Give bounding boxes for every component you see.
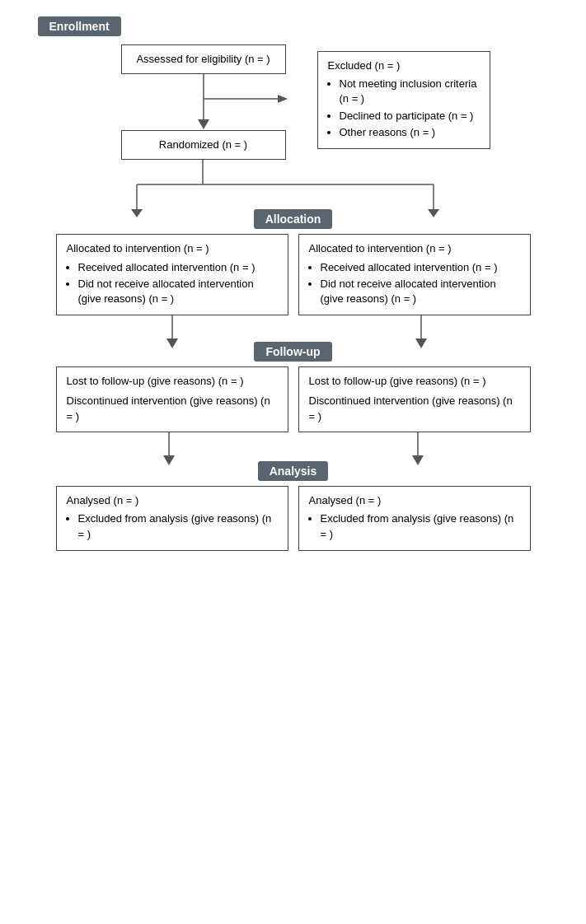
excluded-title: Excluded (n = ) bbox=[328, 58, 480, 73]
alloc-right-col: Allocated to intervention (n = ) Receive… bbox=[298, 234, 531, 315]
followup-label-row: Follow-up bbox=[38, 342, 549, 362]
alloc-left-item-1: Received allocated intervention (n = ) bbox=[78, 260, 278, 275]
followup-right-col: Lost to follow-up (give reasons) (n = ) … bbox=[298, 366, 531, 432]
alloc-right-box: Allocated to intervention (n = ) Receive… bbox=[298, 234, 531, 315]
alloc-left-list: Received allocated intervention (n = ) D… bbox=[78, 260, 278, 307]
allocation-section: Allocated to intervention (n = ) Receive… bbox=[38, 234, 549, 315]
svg-marker-3 bbox=[198, 119, 209, 129]
excluded-item-2: Declined to participate (n = ) bbox=[340, 109, 480, 124]
followup-left-col: Lost to follow-up (give reasons) (n = ) … bbox=[56, 366, 288, 432]
followup-right-box: Lost to follow-up (give reasons) (n = ) … bbox=[298, 366, 531, 432]
analysis-right-col: Analysed (n = ) Excluded from analysis (… bbox=[298, 486, 531, 551]
followup-left-discontinued: Discontinued intervention (give reasons)… bbox=[67, 394, 278, 423]
alloc-right-item-1: Received allocated intervention (n = ) bbox=[321, 260, 520, 275]
analysis-left-box: Analysed (n = ) Excluded from analysis (… bbox=[56, 486, 288, 551]
analysis-section: Analysed (n = ) Excluded from analysis (… bbox=[38, 486, 549, 551]
followup-arrows-svg bbox=[54, 432, 532, 465]
analysis-right-analysed: Analysed (n = ) bbox=[309, 493, 520, 508]
analysis-label-row: Analysis bbox=[38, 461, 549, 481]
analysis-right-list: Excluded from analysis (give reasons) (n… bbox=[321, 511, 520, 541]
excluded-list: Not meeting inclusion criteria (n = ) De… bbox=[340, 77, 480, 140]
excluded-col: Excluded (n = ) Not meeting inclusion cr… bbox=[317, 44, 490, 149]
followup-left-box: Lost to follow-up (give reasons) (n = ) … bbox=[56, 366, 288, 432]
svg-marker-9 bbox=[428, 209, 439, 217]
alloc-left-col: Allocated to intervention (n = ) Receive… bbox=[56, 234, 288, 315]
excluded-item-1: Not meeting inclusion criteria (n = ) bbox=[340, 77, 480, 106]
alloc-left-box: Allocated to intervention (n = ) Receive… bbox=[56, 234, 288, 315]
alloc-left-item-2: Did not receive allocated intervention (… bbox=[78, 277, 278, 306]
assessed-box: Assessed for eligibility (n = ) bbox=[121, 44, 286, 74]
svg-marker-2 bbox=[278, 95, 288, 103]
enrollment-arrows bbox=[96, 74, 311, 140]
analysis-left-list: Excluded from analysis (give reasons) (n… bbox=[78, 511, 278, 541]
followup-left-lost: Lost to follow-up (give reasons) (n = ) bbox=[67, 374, 278, 389]
alloc-right-item-2: Did not receive allocated intervention (… bbox=[321, 277, 520, 306]
followup-label: Follow-up bbox=[254, 342, 331, 362]
consort-diagram: Enrollment Assessed for eligibility (n =… bbox=[38, 16, 549, 908]
analysis-right-box: Analysed (n = ) Excluded from analysis (… bbox=[298, 486, 531, 551]
branch-svg bbox=[54, 160, 532, 217]
analysis-label: Analysis bbox=[258, 461, 329, 481]
analysis-left-analysed: Analysed (n = ) bbox=[67, 493, 278, 508]
analysis-right-excluded: Excluded from analysis (give reasons) (n… bbox=[321, 511, 520, 541]
assess-row: Assessed for eligibility (n = ) Randomiz… bbox=[38, 44, 549, 160]
alloc-right-title: Allocated to intervention (n = ) bbox=[309, 241, 520, 256]
excluded-item-3: Other reasons (n = ) bbox=[340, 125, 480, 140]
followup-right-discontinued: Discontinued intervention (give reasons)… bbox=[309, 394, 520, 423]
analysis-left-col: Analysed (n = ) Excluded from analysis (… bbox=[56, 486, 288, 551]
svg-marker-7 bbox=[131, 209, 143, 217]
followup-right-lost: Lost to follow-up (give reasons) (n = ) bbox=[309, 374, 520, 389]
alloc-left-title: Allocated to intervention (n = ) bbox=[67, 241, 278, 256]
analysis-left-excluded: Excluded from analysis (give reasons) (n… bbox=[78, 511, 278, 541]
enrollment-label: Enrollment bbox=[38, 16, 121, 36]
alloc-right-list: Received allocated intervention (n = ) D… bbox=[321, 260, 520, 307]
followup-section: Lost to follow-up (give reasons) (n = ) … bbox=[38, 366, 549, 432]
branch-area bbox=[54, 160, 532, 217]
assess-col: Assessed for eligibility (n = ) Randomiz… bbox=[96, 44, 311, 160]
excluded-box: Excluded (n = ) Not meeting inclusion cr… bbox=[317, 51, 490, 149]
